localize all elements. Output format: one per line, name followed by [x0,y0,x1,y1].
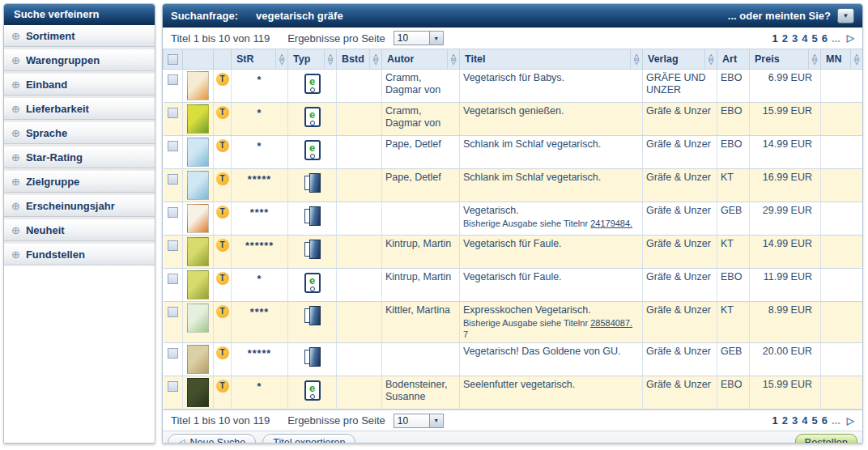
table-row: T **** e Kittler, Martina Expresskochen … [164,302,863,343]
book-cover[interactable] [187,138,209,167]
row-checkbox[interactable] [168,108,178,118]
table-row: T * e Bodensteiner, Susanne Seelenfutter… [164,376,863,410]
header-str: StR△▽ [232,49,288,70]
sort-verlag[interactable]: △▽ [704,49,717,69]
sort-bstd[interactable]: △▽ [369,49,381,69]
sidebar-item-warengruppen[interactable]: ⊕ Warengruppen [4,49,155,71]
next-page-icon[interactable]: ▷ [847,32,854,44]
price-cell: 20.00 EUR [750,343,821,376]
author-cell [382,202,460,236]
previous-edition-link[interactable]: 24179484. [590,219,632,228]
per-page-select[interactable]: 10 ▼ [394,31,444,45]
sidebar-item-neuheit[interactable]: ⊕ Neuheit [4,219,155,241]
page-link-6[interactable]: 6 [822,32,828,45]
page-ellipsis: ... [832,414,840,427]
title-info-badge[interactable]: T [216,346,229,359]
sort-titel[interactable]: △▽ [630,49,642,69]
book-cover[interactable] [187,171,209,200]
book-title: Vegetarisch genießen. [463,105,639,117]
title-info-badge[interactable]: T [216,106,229,119]
export-titles-button[interactable]: Titel exportieren [262,434,355,444]
page-link-4[interactable]: 4 [802,414,807,427]
sort-down-icon: ▽ [634,59,639,65]
row-checkbox[interactable] [168,274,178,284]
row-checkbox[interactable] [168,348,178,359]
row-checkbox[interactable] [168,240,178,251]
did-you-mean-dropdown-button[interactable]: ▼ [837,8,854,23]
dropdown-arrow-icon: ▼ [843,12,849,19]
format-cell: EBO [717,376,750,410]
sort-down-icon: ▽ [708,59,713,65]
book-cover[interactable] [187,71,209,100]
new-search-button[interactable]: ◁ Neue Suche [168,434,256,444]
row-checkbox[interactable] [168,74,178,85]
title-info-badge[interactable]: T [216,139,229,152]
title-cell: Vegetarisch für Babys. [460,70,643,103]
book-cover[interactable] [187,345,209,374]
book-cover[interactable] [187,104,209,134]
sidebar-item-label: Lieferbarkeit [26,103,89,115]
page-link-6[interactable]: 6 [822,414,828,427]
stock-cell [337,236,382,269]
search-query-bar: Suchanfrage: vegetarisch gräfe ... oder … [163,4,862,28]
expand-plus-icon: ⊕ [11,176,20,187]
book-cover[interactable] [187,204,209,233]
page-link-3[interactable]: 3 [792,32,798,45]
sidebar-item-sprache[interactable]: ⊕ Sprache [4,122,155,144]
sidebar-item-einband[interactable]: ⊕ Einband [4,74,155,96]
sort-down-icon: ▽ [812,59,817,65]
sidebar-item-label: Warengruppen [26,54,100,66]
title-info-badge[interactable]: T [216,380,229,393]
sort-mn[interactable]: △▽ [850,49,862,69]
sort-preis[interactable]: △▽ [808,49,820,69]
sort-autor[interactable]: △▽ [447,49,459,69]
page-link-5[interactable]: 5 [811,414,817,427]
title-info-badge[interactable]: T [216,305,229,318]
row-checkbox[interactable] [168,307,178,317]
sidebar-item-erscheinungsjahr[interactable]: ⊕ Erscheinungsjahr [4,195,155,217]
sidebar-item-zielgruppe[interactable]: ⊕ Zielgruppe [4,171,155,193]
page-link-5[interactable]: 5 [811,32,817,45]
select-arrow-icon: ▼ [429,414,443,427]
page-link-2[interactable]: 2 [782,414,788,427]
title-info-badge[interactable]: T [216,73,229,86]
sort-str[interactable]: △▽ [275,49,287,69]
sidebar-item-star-rating[interactable]: ⊕ Star-Rating [4,146,155,168]
title-cell: Vegetarisch. Bisherige Ausgabe siehe Tit… [460,202,643,236]
page-link-3[interactable]: 3 [792,414,798,427]
next-page-icon[interactable]: ▷ [847,415,854,427]
sidebar-item-sortiment[interactable]: ⊕ Sortiment [4,25,155,47]
sidebar-item-fundstellen[interactable]: ⊕ Fundstellen [4,244,155,265]
per-page-select[interactable]: 10 ▼ [394,414,444,428]
previous-edition-link[interactable]: 28584087. [590,318,632,328]
search-query-label: Suchanfrage: [171,10,256,22]
row-checkbox[interactable] [168,381,178,392]
sort-typ[interactable]: △▽ [324,49,336,69]
book-cover[interactable] [187,270,209,299]
row-checkbox[interactable] [168,207,178,218]
ebook-icon: e [304,140,321,160]
select-all-checkbox[interactable] [168,54,178,65]
star-rating: * [232,70,288,103]
order-button[interactable]: Bestellen [795,434,858,444]
title-info-badge[interactable]: T [216,239,229,252]
title-info-badge[interactable]: T [216,172,229,185]
pagination-bottom: 1 23456 ... ▷ [772,414,854,427]
book-cover[interactable] [187,237,209,266]
title-info-badge[interactable]: T [216,272,229,285]
mn-cell [821,302,863,343]
row-checkbox[interactable] [168,174,178,185]
star-rating: * [232,103,288,136]
title-info-badge[interactable]: T [216,206,229,219]
book-title: Vegetarisch für Faule. [463,238,639,250]
book-title: Seelenfutter vegetarisch. [463,379,639,391]
book-cover[interactable] [187,378,209,407]
book-icon [304,173,321,193]
sidebar-item-lieferbarkeit[interactable]: ⊕ Lieferbarkeit [4,98,155,120]
page-link-4[interactable]: 4 [802,32,807,45]
page-link-2[interactable]: 2 [782,32,788,45]
row-checkbox[interactable] [168,141,178,151]
book-title: Schlank im Schlaf vegetarisch. [463,172,639,184]
format-cell: GEB [717,202,750,236]
book-cover[interactable] [187,304,209,333]
